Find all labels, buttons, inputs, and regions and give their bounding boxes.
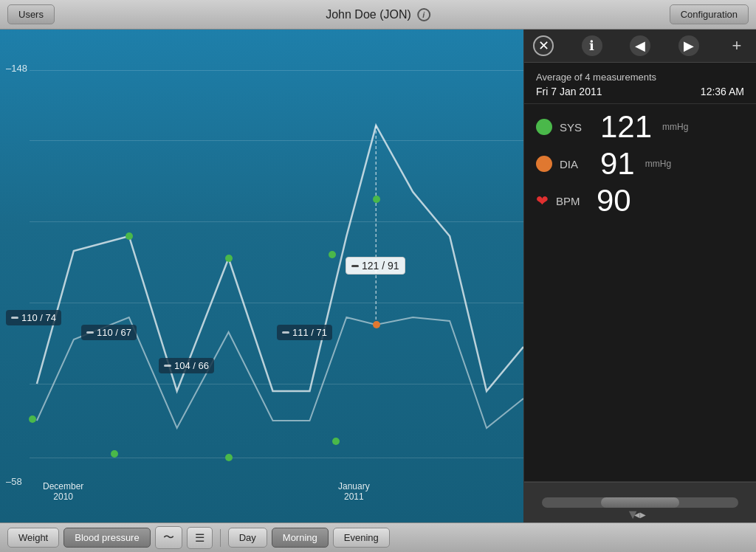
grid-line-2 [30,140,523,141]
info-icon[interactable]: i [417,8,430,21]
panel-toolbar: ✕ ℹ ◀ ▶ + [524,30,756,63]
dia-unit: mmHg [645,159,671,169]
chart-dot-5[interactable] [111,450,118,458]
label-dash-3 [164,365,171,367]
panel-scroll-area[interactable]: ◀▶ [524,482,756,522]
dia-row: DIA 91 mmHg [536,148,744,179]
separator-1 [220,529,221,547]
label-dash-5 [351,265,359,267]
bottom-bar: Weight Blood pressure 〜 ☰ Day Morning Ev… [0,522,756,552]
down-arrow-icon[interactable]: ▼ [626,507,639,522]
dia-indicator [536,156,552,172]
users-button[interactable]: Users [7,4,55,24]
configuration-button[interactable]: Configuration [670,4,749,24]
evening-button[interactable]: Evening [333,528,390,548]
month-label-dec: December2010 [43,481,83,502]
chart-dot-3[interactable] [329,251,336,258]
data-label-2: 110 / 67 [81,325,137,340]
panel-add-button[interactable]: + [726,35,747,56]
chart-dot-1[interactable] [126,232,133,240]
sys-value: 121 [600,111,652,142]
page-title: John Doe (JON) [326,8,411,21]
panel-prev-button[interactable]: ◀ [630,35,650,56]
grid-line-5 [30,384,523,384]
dia-value: 91 [600,148,635,179]
label-dash-1 [11,317,18,319]
panel-metrics: SYS 121 mmHg DIA 91 mmHg ❤ BPM 90 [524,104,756,482]
data-label-3: 104 / 66 [159,358,214,373]
panel-date: Fri 7 Jan 2011 [536,86,602,97]
month-label-jan: January2011 [338,481,370,502]
chart-dot-2[interactable] [225,255,233,262]
bpm-value: 90 [597,185,631,216]
avg-text: Average of 4 measurements [536,72,744,83]
blood-pressure-button[interactable]: Blood pressure [63,528,150,548]
bar-chart-button[interactable]: ☰ [187,527,213,549]
chart-lines-svg [0,30,523,522]
chart-dot-6[interactable] [225,454,233,461]
title-area: John Doe (JON) i [326,8,430,21]
chart-dot-7[interactable] [332,438,340,445]
panel-info: Average of 4 measurements Fri 7 Jan 2011… [524,63,756,104]
label-dash-2 [86,331,94,334]
grid-line-4 [30,303,523,303]
scroll-thumb[interactable] [601,497,680,508]
day-button[interactable]: Day [228,528,267,548]
sys-unit: mmHg [662,122,688,132]
grid-line-bottom [30,458,523,458]
morning-button[interactable]: Morning [272,528,329,548]
sys-row: SYS 121 mmHg [536,111,744,142]
panel-time: 12:36 AM [701,86,744,97]
panel-next-button[interactable]: ▶ [678,35,699,56]
top-bar: Users John Doe (JON) i Configuration [0,0,756,30]
panel-date-row: Fri 7 Jan 2011 12:36 AM [536,86,744,97]
sys-label: SYS [560,121,593,134]
grid-line-3 [30,221,523,222]
data-label-1: 110 / 74 [6,310,61,325]
panel-info-button[interactable]: ℹ [582,35,602,56]
bpm-row: ❤ BPM 90 [536,185,744,216]
weight-button[interactable]: Weight [7,528,59,548]
bpm-label: BPM [556,195,589,207]
detail-panel: ✕ ℹ ◀ ▶ + Average of 4 measurements Fri … [523,30,756,522]
chart-area[interactable]: –148 –58 110 / 74 [0,30,523,522]
chart-dot-8[interactable] [29,415,36,423]
y-label-high: –148 [6,63,27,74]
line-chart-button[interactable]: 〜 [155,526,182,549]
sys-indicator [536,119,552,135]
scroll-track[interactable] [542,497,739,508]
data-label-selected[interactable]: 121 / 91 [346,257,405,275]
dia-label: DIA [560,158,593,170]
chart-dot-4[interactable] [373,196,380,203]
label-dash-4 [282,331,289,334]
heart-icon: ❤ [536,192,549,210]
main-area: –148 –58 110 / 74 [0,30,756,522]
grid-line-top [30,70,523,71]
data-label-4: 111 / 71 [277,325,332,340]
chart-dot-selected-dia[interactable] [373,321,380,328]
y-label-low: –58 [6,476,22,487]
panel-close-button[interactable]: ✕ [533,35,554,56]
